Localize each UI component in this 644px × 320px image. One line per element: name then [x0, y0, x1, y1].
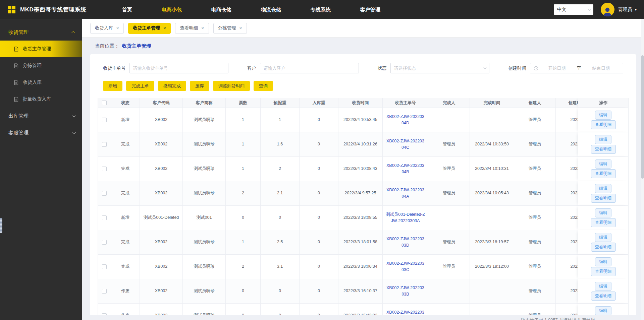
sidebar-section-header[interactable]: 出库管理 [0, 108, 82, 124]
vertical-scrollbar-track[interactable] [641, 19, 644, 320]
edit-button[interactable]: 编辑 [595, 111, 611, 120]
master-no-link[interactable]: XB002-ZJW-20220304D [383, 108, 428, 132]
close-icon[interactable]: ✕ [239, 26, 242, 30]
tab[interactable]: 查看明细✕ [175, 23, 209, 34]
select-all-checkbox[interactable] [102, 101, 107, 105]
chevron-down-icon [483, 66, 487, 69]
view-detail-button[interactable]: 查看明细 [591, 169, 616, 178]
top-menu-item[interactable]: 专线系统 [296, 0, 345, 19]
cell-customer-name: 测试员啊珍 [183, 108, 226, 132]
action-button[interactable]: 新增 [103, 81, 122, 91]
view-detail-button[interactable]: 查看明细 [591, 120, 616, 129]
view-detail-button[interactable]: 查看明细 [591, 267, 616, 276]
table-row: 完成XB002测试员啊珍23.102022/3/3 18:06:34XB002-… [98, 255, 629, 279]
status-label: 状态 [378, 65, 387, 71]
sidebar-section-header[interactable]: 收货管理 [0, 24, 82, 41]
cell-tickets: 2 [226, 181, 261, 206]
language-select[interactable]: 中文 [554, 4, 593, 15]
edit-button[interactable]: 编辑 [595, 135, 611, 144]
master-no-link[interactable]: XB002-ZJW-20220303D [383, 230, 428, 255]
cell-inbound-weight: 0 [300, 255, 338, 279]
cell-receive-time: 2022/3/3 15:43:02 [338, 304, 383, 315]
tab[interactable]: 分拣管理✕ [213, 23, 247, 34]
edit-button[interactable]: 编辑 [595, 233, 611, 242]
cell-forecast-weight: 1.6 [261, 132, 300, 157]
avatar[interactable] [601, 3, 614, 16]
edit-button[interactable]: 编辑 [595, 257, 611, 266]
row-actions-cell: 编辑查看明细 [578, 108, 629, 132]
drag-handle[interactable] [0, 218, 2, 233]
sidebar-section-header[interactable]: 客服管理 [0, 124, 82, 141]
row-checkbox[interactable] [102, 191, 107, 196]
tab[interactable]: 收货主单管理✕ [128, 23, 171, 34]
master-no-link[interactable]: XB002-ZJW-20220303A [383, 304, 428, 315]
action-button[interactable]: 撤销完成 [158, 81, 186, 91]
action-button[interactable]: 查询 [254, 81, 273, 91]
end-date-field[interactable]: 结束日期 [582, 65, 620, 71]
view-detail-button[interactable]: 查看明细 [591, 194, 616, 203]
start-date-field[interactable]: 开始日期 [538, 65, 576, 71]
edit-button[interactable]: 编辑 [595, 159, 611, 169]
view-detail-button[interactable]: 查看明细 [591, 218, 616, 227]
close-icon[interactable]: ✕ [116, 26, 119, 30]
row-checkbox[interactable] [102, 215, 107, 220]
row-checkbox[interactable] [102, 240, 107, 245]
cell-inbound-weight: 0 [300, 279, 338, 304]
sidebar-item[interactable]: 收货主单管理 [0, 41, 82, 57]
cell-completed-time: 2022/3/4 10:33:50 [470, 132, 514, 157]
action-button[interactable]: 完成主单 [126, 81, 154, 91]
close-icon[interactable]: ✕ [201, 26, 204, 30]
close-icon[interactable]: ✕ [163, 26, 166, 30]
row-checkbox-cell [98, 157, 111, 181]
sidebar-item-label: 收货主单管理 [23, 46, 51, 52]
top-menu-item[interactable]: 电商仓储 [197, 0, 246, 19]
edit-button[interactable]: 编辑 [595, 184, 611, 193]
action-button[interactable]: 废弃 [190, 81, 209, 91]
column-header: 完成时间 [470, 98, 514, 108]
status-select[interactable]: 请选择状态 [390, 63, 489, 73]
row-checkbox[interactable] [102, 167, 107, 171]
vertical-scrollbar-thumb[interactable] [641, 55, 644, 179]
top-menu-item[interactable]: 电商小包 [147, 0, 197, 19]
date-range-picker[interactable]: 开始日期 至 结束日期 [530, 63, 623, 73]
cell-completed-by: 管理员 [428, 255, 470, 279]
cell-forecast-weight: 2.5 [261, 230, 300, 255]
sidebar-item[interactable]: 收货入库 [0, 74, 82, 91]
top-menu-item[interactable]: 客户管理 [345, 0, 395, 19]
row-checkbox[interactable] [102, 264, 107, 269]
row-actions-cell: 编辑查看明细 [578, 304, 629, 315]
user-menu[interactable]: 管理员 ▼ [618, 6, 637, 13]
tab-bar: 收货入库✕收货主单管理✕查看明细✕分拣管理✕ [82, 19, 644, 38]
view-detail-button[interactable]: 查看明细 [591, 292, 616, 301]
master-no-link[interactable]: XB002-ZJW-20220304C [383, 132, 428, 157]
master-no-link[interactable]: 测试员001-Deleted-ZJW-20220303A [383, 206, 428, 230]
row-checkbox[interactable] [102, 313, 107, 315]
cell-customer-code: XB002 [140, 230, 183, 255]
cell-completed-by: 管理员 [428, 157, 470, 181]
edit-button[interactable]: 编辑 [595, 208, 611, 217]
action-button[interactable]: 调整到货时间 [213, 81, 250, 91]
master-no-link[interactable]: XB002-ZJW-20220303C [383, 255, 428, 279]
table-row: 完成XB002测试员啊珍12.502022/3/3 18:01:58XB002-… [98, 230, 629, 255]
view-detail-button[interactable]: 查看明细 [591, 145, 616, 154]
breadcrumb-current-link[interactable]: 收货主单管理 [122, 43, 151, 49]
master-no-input[interactable] [129, 63, 228, 73]
master-no-link[interactable]: XB002-ZJW-20220304B [383, 157, 428, 181]
sidebar-item[interactable]: 批量收货入库 [0, 91, 82, 108]
tab[interactable]: 收货入库✕ [90, 23, 124, 34]
edit-button[interactable]: 编辑 [595, 306, 611, 315]
top-menu-item[interactable]: 物流仓储 [246, 0, 296, 19]
cell-completed-by [428, 304, 470, 315]
customer-input[interactable] [260, 63, 359, 73]
edit-button[interactable]: 编辑 [595, 282, 611, 291]
row-checkbox[interactable] [102, 142, 107, 147]
master-no-link[interactable]: XB002-ZJW-20220304A [383, 181, 428, 206]
top-menu-item[interactable]: 首页 [107, 0, 147, 19]
row-checkbox[interactable] [102, 289, 107, 294]
master-no-link[interactable]: XB002-ZJW-20220303B [383, 279, 428, 304]
document-icon [14, 63, 19, 68]
row-checkbox[interactable] [102, 118, 107, 122]
row-actions-cell: 编辑查看明细 [578, 255, 629, 279]
sidebar-item[interactable]: 分拣管理 [0, 57, 82, 74]
view-detail-button[interactable]: 查看明细 [591, 243, 616, 252]
